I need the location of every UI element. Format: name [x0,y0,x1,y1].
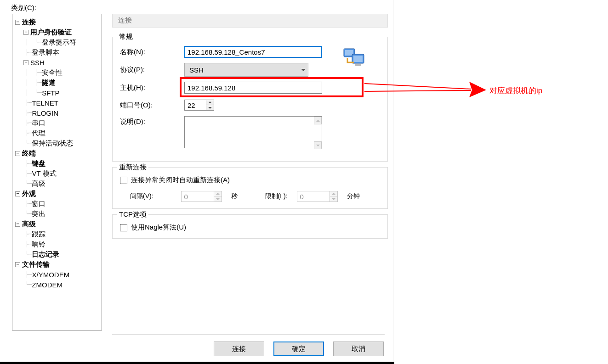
scroll-down-icon[interactable] [314,141,322,149]
svg-line-6 [364,90,471,91]
interval-spinner [181,191,222,202]
collapse-icon[interactable]: − [15,20,20,25]
protocol-label: 协议(P): [120,66,184,74]
separator [112,334,385,335]
spin-down-icon [330,196,337,202]
category-tree[interactable]: − 连接 − 用户身份验证 │ └─ 登录提示符 ├─ 登录脚本 − SSH │… [12,14,102,330]
nagle-label: 使用Nagle算法(U) [131,223,186,232]
interval-input [182,191,214,202]
group-title-general: 常规 [117,33,135,41]
network-computers-icon [343,48,366,68]
port-input[interactable] [185,100,206,110]
scroll-up-icon[interactable] [314,117,322,124]
collapse-icon[interactable]: − [15,151,20,156]
tree-vt-mode[interactable]: ├─ VT 模式 [12,168,102,179]
tree-highlight[interactable]: └─ 突出 [12,209,102,219]
collapse-icon[interactable]: − [15,222,20,227]
spin-down-icon [214,196,222,202]
spin-up-icon [330,191,337,196]
tree-serial[interactable]: ├─ 串口 [12,118,102,128]
tree-keep-alive[interactable]: └─ 保持活动状态 [12,138,102,148]
tree-xymodem[interactable]: ├─ X/YMODEM [12,269,102,280]
tree-telnet[interactable]: ├─ TELNET [12,98,102,108]
host-input[interactable] [184,82,322,94]
tree-trace[interactable]: ├─ 跟踪 [12,229,102,239]
seconds-label: 秒 [231,192,238,201]
category-label: 类别(C): [11,4,36,12]
annotation-arrow-icon [364,78,486,101]
reconnect-group: 重新连接 连接异常关闭时自动重新连接(A) 间隔(V): 秒 限制(L): [112,167,388,209]
tree-login-script[interactable]: ├─ 登录脚本 [12,47,102,57]
auto-reconnect-label: 连接异常关闭时自动重新连接(A) [131,176,230,185]
collapse-icon[interactable]: − [15,191,20,196]
annotation-text: 对应虚拟机的ip [489,85,542,96]
tree-bell[interactable]: ├─ 响铃 [12,239,102,249]
svg-marker-7 [469,82,486,97]
port-spinner[interactable] [184,100,214,111]
name-input[interactable] [184,46,322,58]
tree-terminal[interactable]: − 终端 [12,148,102,158]
tree-window[interactable]: ├─ 窗口 [12,199,102,209]
interval-label: 间隔(V): [130,192,153,201]
limit-input [297,191,330,202]
svg-rect-3 [353,56,363,62]
tcp-group: TCP选项 使用Nagle算法(U) [112,214,388,239]
tree-keyboard[interactable]: ├─ 键盘 [12,158,102,168]
ok-button[interactable]: 确定 [273,342,324,356]
protocol-select[interactable]: SSH [184,63,308,77]
host-label: 主机(H): [120,84,184,92]
tree-sftp[interactable]: │ └─ SFTP [12,88,102,98]
svg-rect-4 [355,64,361,66]
panel-title: 连接 [112,14,388,28]
tree-tunnel[interactable]: │ ├─ 隧道 [12,78,102,88]
tree-login-prompt[interactable]: │ └─ 登录提示符 [12,37,102,47]
tree-ssh[interactable]: − SSH [12,57,102,67]
tree-proxy[interactable]: ├─ 代理 [12,128,102,138]
tree-advanced[interactable]: − 高级 [12,219,102,229]
description-textarea[interactable] [184,116,322,148]
name-label: 名称(N): [120,48,184,56]
spin-up-icon[interactable] [206,100,214,105]
collapse-icon[interactable]: − [23,60,28,65]
svg-line-5 [364,84,471,89]
chevron-down-icon [299,63,308,76]
cancel-button[interactable]: 取消 [333,342,384,356]
button-bar: 连接 确定 取消 [2,342,393,356]
tree-rlogin[interactable]: ├─ RLOGIN [12,108,102,118]
tree-file-transfer[interactable]: − 文件传输 [12,259,102,269]
spin-down-icon[interactable] [206,105,214,110]
limit-spinner [297,191,338,202]
group-title-tcp: TCP选项 [117,210,148,219]
auto-reconnect-checkbox[interactable] [120,177,127,184]
tree-security[interactable]: │ ├─ 安全性 [12,67,102,78]
session-properties-dialog: 类别(C): − 连接 − 用户身份验证 │ └─ 登录提示符 ├─ 登录脚本 … [2,0,393,362]
port-label: 端口号(O): [120,101,184,110]
protocol-value: SSH [185,66,299,74]
description-label: 说明(D): [120,116,184,126]
collapse-icon[interactable]: − [15,262,20,267]
tree-logging[interactable]: └─ 日志记录 [12,249,102,259]
tree-user-auth[interactable]: − 用户身份验证 [12,27,102,37]
tree-connection[interactable]: − 连接 [12,17,102,27]
limit-label: 限制(L): [265,192,288,201]
tree-zmodem[interactable]: └─ ZMODEM [12,280,102,290]
group-title-reconnect: 重新连接 [117,163,148,172]
spin-up-icon [214,191,222,196]
nagle-checkbox[interactable] [120,224,127,231]
dialog-shadow [0,362,394,364]
connect-button[interactable]: 连接 [214,342,264,356]
minutes-label: 分钟 [347,192,360,201]
collapse-icon[interactable]: − [23,30,28,35]
tree-advanced-term[interactable]: └─ 高级 [12,179,102,189]
tree-appearance[interactable]: − 外观 [12,189,102,199]
